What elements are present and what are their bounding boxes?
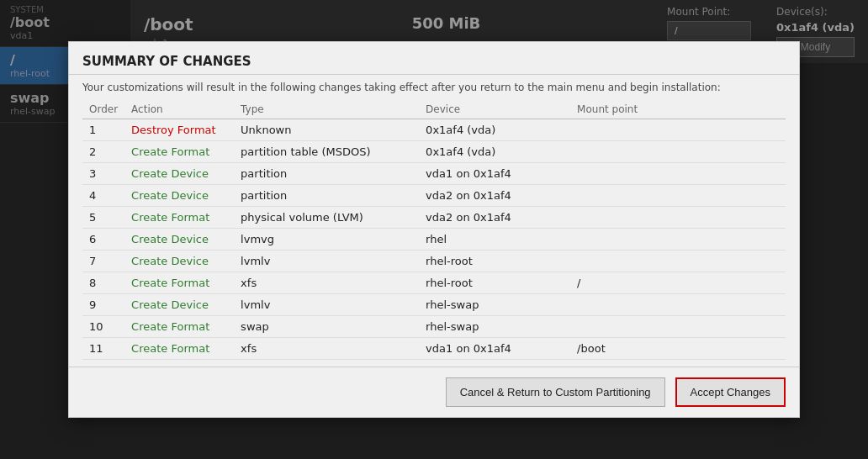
table-row: 11Create Formatxfsvda1 on 0x1af4/boot <box>82 338 786 360</box>
row-order: 5 <box>82 207 124 229</box>
row-mount <box>570 119 786 141</box>
table-row: 1Destroy FormatUnknown0x1af4 (vda) <box>82 119 786 141</box>
row-mount: / <box>570 272 786 294</box>
changes-tbody: 1Destroy FormatUnknown0x1af4 (vda)2Creat… <box>82 119 786 360</box>
row-mount <box>570 294 786 316</box>
table-row: 3Create Devicepartitionvda1 on 0x1af4 <box>82 163 786 185</box>
row-type: lvmvg <box>234 229 419 251</box>
changes-table-container: Order Action Type Device Mount point 1De… <box>69 100 799 367</box>
row-device: rhel-root <box>419 272 570 294</box>
col-type: Type <box>234 100 419 119</box>
row-action: Create Device <box>124 294 234 316</box>
row-order: 11 <box>82 338 124 360</box>
row-action: Create Format <box>124 272 234 294</box>
row-device: vda2 on 0x1af4 <box>419 185 570 207</box>
table-row: 4Create Devicepartitionvda2 on 0x1af4 <box>82 185 786 207</box>
row-device: rhel-swap <box>419 316 570 338</box>
table-header: Order Action Type Device Mount point <box>82 100 786 119</box>
row-order: 10 <box>82 316 124 338</box>
row-device: 0x1af4 (vda) <box>419 141 570 163</box>
row-device: vda2 on 0x1af4 <box>419 207 570 229</box>
row-mount <box>570 229 786 251</box>
row-mount <box>570 185 786 207</box>
row-action: Create Format <box>124 207 234 229</box>
row-type: lvmlv <box>234 251 419 272</box>
row-device: vda1 on 0x1af4 <box>419 338 570 360</box>
row-action: Create Device <box>124 163 234 185</box>
row-action: Create Format <box>124 316 234 338</box>
row-type: lvmlv <box>234 294 419 316</box>
row-mount <box>570 141 786 163</box>
row-order: 7 <box>82 251 124 272</box>
row-order: 3 <box>82 163 124 185</box>
row-device: vda1 on 0x1af4 <box>419 163 570 185</box>
table-row: 10Create Formatswaprhel-swap <box>82 316 786 338</box>
accept-button[interactable]: Accept Changes <box>675 377 786 407</box>
row-device: rhel <box>419 229 570 251</box>
modal-title: SUMMARY OF CHANGES <box>69 42 799 75</box>
modal-overlay: SUMMARY OF CHANGES Your customizations w… <box>0 0 868 459</box>
row-type: xfs <box>234 272 419 294</box>
row-action: Create Device <box>124 251 234 272</box>
row-order: 1 <box>82 119 124 141</box>
row-action: Destroy Format <box>124 119 234 141</box>
changes-table: Order Action Type Device Mount point 1De… <box>82 100 786 360</box>
row-mount <box>570 316 786 338</box>
col-order: Order <box>82 100 124 119</box>
row-device: rhel-swap <box>419 294 570 316</box>
table-row: 8Create Formatxfsrhel-root/ <box>82 272 786 294</box>
table-row: 9Create Devicelvmlvrhel-swap <box>82 294 786 316</box>
row-device: rhel-root <box>419 251 570 272</box>
row-order: 4 <box>82 185 124 207</box>
row-mount <box>570 207 786 229</box>
row-mount <box>570 251 786 272</box>
row-order: 6 <box>82 229 124 251</box>
row-type: xfs <box>234 338 419 360</box>
row-type: physical volume (LVM) <box>234 207 419 229</box>
table-row: 6Create Devicelvmvgrhel <box>82 229 786 251</box>
row-mount: /boot <box>570 338 786 360</box>
row-type: partition <box>234 163 419 185</box>
table-row: 5Create Formatphysical volume (LVM)vda2 … <box>82 207 786 229</box>
row-mount <box>570 163 786 185</box>
col-device: Device <box>419 100 570 119</box>
summary-modal: SUMMARY OF CHANGES Your customizations w… <box>68 41 800 418</box>
row-order: 2 <box>82 141 124 163</box>
table-row: 7Create Devicelvmlvrhel-root <box>82 251 786 272</box>
table-row: 2Create Formatpartition table (MSDOS)0x1… <box>82 141 786 163</box>
modal-subtitle: Your customizations will result in the f… <box>69 75 799 100</box>
row-device: 0x1af4 (vda) <box>419 119 570 141</box>
row-type: Unknown <box>234 119 419 141</box>
modal-footer: Cancel & Return to Custom Partitioning A… <box>69 367 799 417</box>
row-order: 8 <box>82 272 124 294</box>
row-type: partition <box>234 185 419 207</box>
row-type: partition table (MSDOS) <box>234 141 419 163</box>
row-action: Create Device <box>124 185 234 207</box>
col-mount: Mount point <box>570 100 786 119</box>
row-order: 9 <box>82 294 124 316</box>
row-action: Create Device <box>124 229 234 251</box>
row-action: Create Format <box>124 141 234 163</box>
row-type: swap <box>234 316 419 338</box>
cancel-button[interactable]: Cancel & Return to Custom Partitioning <box>446 377 665 407</box>
row-action: Create Format <box>124 338 234 360</box>
col-action: Action <box>124 100 234 119</box>
